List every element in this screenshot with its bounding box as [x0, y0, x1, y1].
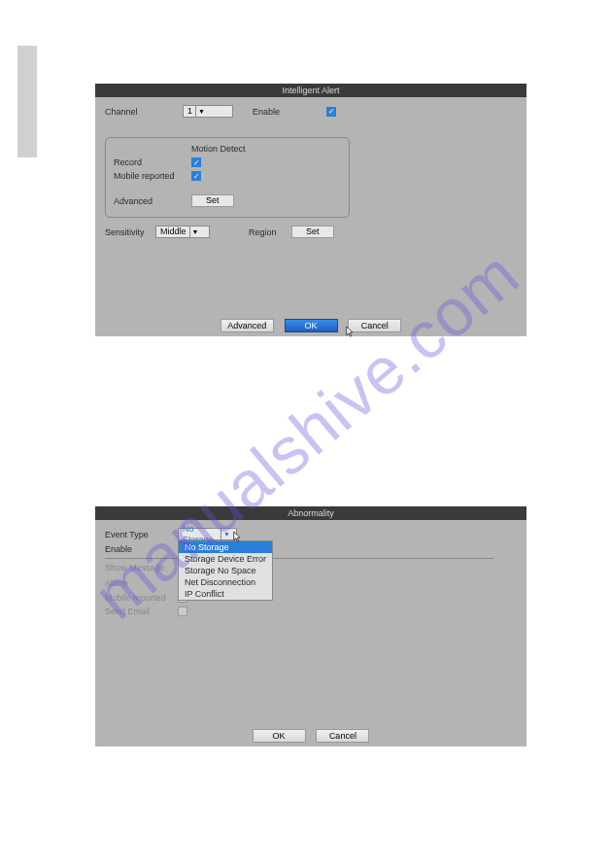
ok-button[interactable]: OK	[285, 319, 338, 332]
channel-select[interactable]: 1 ▼	[183, 105, 233, 118]
event-type-dropdown[interactable]: No Storage Storage Device Error Storage …	[178, 540, 273, 601]
channel-value: 1	[187, 106, 192, 117]
enable-label: Enable	[105, 544, 178, 554]
sensitivity-value: Middle	[160, 226, 187, 237]
event-type-label: Event Type	[105, 530, 178, 539]
dialog-footer: OK Cancel	[95, 729, 526, 743]
send-email-label: Send Email	[105, 607, 178, 616]
send-email-checkbox[interactable]	[178, 607, 187, 616]
chevron-down-icon: ▼	[195, 106, 207, 117]
dropdown-option[interactable]: Storage No Space	[179, 565, 272, 576]
advanced-button[interactable]: Advanced	[221, 319, 274, 332]
channel-label: Channel	[105, 107, 183, 117]
cancel-button[interactable]: Cancel	[348, 319, 401, 332]
side-tab	[17, 46, 37, 157]
region-set-button[interactable]: Set	[291, 226, 334, 238]
mobile-reported-label: Mobile reported	[105, 593, 178, 603]
divider	[105, 558, 493, 559]
motion-group: Motion Detect Record ✓ Mobile reported ✓…	[105, 137, 350, 218]
intelligent-alert-dialog: Intelligent Alert Channel 1 ▼ Enable ✓ M…	[95, 84, 526, 336]
ok-button[interactable]: OK	[253, 729, 306, 743]
alarm-label: Alarm	[105, 578, 178, 588]
cancel-button[interactable]: Cancel	[316, 729, 369, 743]
sensitivity-label: Sensitivity	[105, 227, 155, 237]
dialog-title: Abnormality	[95, 506, 526, 520]
dropdown-option[interactable]: IP Conflict	[179, 588, 272, 600]
advanced-set-button[interactable]: Set	[191, 194, 234, 207]
enable-checkbox[interactable]: ✓	[326, 107, 336, 117]
dropdown-option[interactable]: Net Disconnection	[179, 576, 272, 588]
event-type-select[interactable]: No Storage ▼	[178, 528, 237, 540]
mobile-reported-label: Mobile reported	[114, 171, 191, 181]
mobile-reported-checkbox[interactable]: ✓	[191, 171, 201, 181]
abnormality-dialog: Abnormality Event Type No Storage ▼ Enab…	[95, 506, 526, 746]
dialog-footer: Advanced OK Cancel	[95, 319, 526, 332]
chevron-down-icon: ▼	[189, 226, 201, 237]
sensitivity-select[interactable]: Middle ▼	[155, 226, 210, 238]
chevron-down-icon: ▼	[221, 529, 232, 539]
show-message-label: Show Message	[105, 563, 178, 573]
advanced-label: Advanced	[114, 196, 191, 206]
motion-detect-label: Motion Detect	[191, 144, 246, 154]
dropdown-option[interactable]: No Storage	[179, 541, 272, 553]
dropdown-option[interactable]: Storage Device Error	[179, 553, 272, 565]
region-label: Region	[249, 227, 291, 237]
record-label: Record	[114, 157, 191, 167]
enable-label: Enable	[253, 107, 311, 117]
dialog-title: Intelligent Alert	[95, 84, 526, 97]
record-checkbox[interactable]: ✓	[191, 157, 201, 167]
